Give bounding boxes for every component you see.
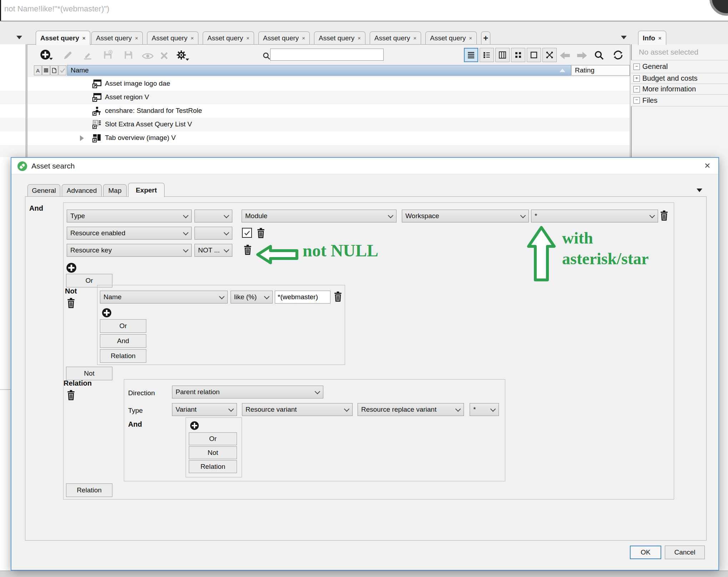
delete-condition-icon[interactable] bbox=[243, 245, 252, 255]
view-details-button[interactable] bbox=[480, 48, 494, 62]
table-row[interactable]: Asset region V bbox=[27, 91, 630, 104]
dialog-tab-caret-icon[interactable] bbox=[697, 189, 702, 192]
tab-expert[interactable]: Expert bbox=[128, 183, 165, 197]
delete-condition-icon[interactable] bbox=[256, 228, 266, 238]
edit-icon[interactable] bbox=[63, 51, 72, 60]
delete-not-group-icon[interactable] bbox=[66, 298, 76, 308]
add-condition-icon[interactable] bbox=[190, 421, 199, 430]
view-list-button[interactable] bbox=[464, 48, 478, 62]
field-dropdown-resource-enabled[interactable]: Resource enabled bbox=[67, 227, 192, 240]
resource-enabled-checkbox[interactable] bbox=[242, 228, 252, 238]
collapse-icon[interactable]: − bbox=[633, 86, 640, 92]
tab-asset-query-7[interactable]: Asset query × bbox=[370, 31, 421, 44]
table-row[interactable]: Asset image logo dae bbox=[27, 77, 630, 91]
add-asset-caret-icon[interactable] bbox=[49, 58, 53, 60]
new-tab-button[interactable]: + bbox=[481, 31, 490, 44]
value-input-webmaster[interactable] bbox=[275, 291, 330, 303]
tab-advanced[interactable]: Advanced bbox=[62, 184, 102, 196]
close-dialog-icon[interactable]: × bbox=[704, 160, 710, 172]
close-tab-icon[interactable]: × bbox=[469, 35, 472, 41]
add-condition-icon[interactable] bbox=[66, 262, 77, 273]
column-header-name[interactable]: Name bbox=[67, 65, 571, 76]
delete-condition-icon[interactable] bbox=[333, 291, 343, 302]
or-button[interactable]: Or bbox=[100, 319, 146, 333]
expand-row-icon[interactable] bbox=[80, 135, 84, 141]
tab-asset-query-5[interactable]: Asset query × bbox=[258, 31, 310, 44]
field-dropdown-resource-key[interactable]: Resource key bbox=[67, 244, 192, 257]
save-remove-icon[interactable] bbox=[103, 50, 113, 60]
close-tab-icon[interactable]: × bbox=[658, 35, 662, 41]
tab-asset-query-4[interactable]: Asset query × bbox=[203, 31, 254, 44]
and-button[interactable]: And bbox=[100, 334, 146, 348]
relation-subtype-dropdown[interactable]: Resource variant bbox=[242, 403, 353, 416]
close-tab-icon[interactable]: × bbox=[191, 35, 194, 41]
tab-asset-query-8[interactable]: Asset query × bbox=[425, 31, 477, 44]
not-button[interactable]: Not bbox=[66, 367, 112, 380]
tab-asset-query-1[interactable]: Asset query × bbox=[36, 31, 90, 45]
close-tab-icon[interactable]: × bbox=[82, 35, 86, 41]
value-dropdown-star[interactable]: * bbox=[531, 210, 658, 222]
tab-info[interactable]: Info × bbox=[638, 31, 666, 45]
close-tab-icon[interactable]: × bbox=[135, 35, 138, 41]
delete-condition-icon[interactable] bbox=[659, 210, 669, 221]
add-condition-icon[interactable] bbox=[102, 308, 112, 318]
delete-relation-group-icon[interactable] bbox=[66, 390, 76, 400]
table-row[interactable]: Tab overview (image) V bbox=[27, 131, 630, 145]
operator-dropdown-like[interactable]: like (%) bbox=[231, 291, 273, 303]
close-tab-icon[interactable]: × bbox=[302, 35, 305, 41]
close-tab-icon[interactable]: × bbox=[246, 35, 249, 41]
info-section-general[interactable]: − General bbox=[631, 60, 728, 73]
value-dropdown-module[interactable]: Module bbox=[242, 210, 396, 222]
cancel-button[interactable]: Cancel bbox=[665, 546, 705, 559]
zoom-search-icon[interactable] bbox=[594, 50, 605, 61]
tab-asset-query-2[interactable]: Asset query × bbox=[91, 31, 143, 44]
forward-icon[interactable] bbox=[577, 51, 587, 60]
relation-button[interactable]: Relation bbox=[100, 349, 146, 363]
sign-edit-icon[interactable] bbox=[83, 51, 92, 60]
close-tab-icon[interactable]: × bbox=[413, 35, 416, 41]
tab-overflow-left-icon[interactable] bbox=[16, 36, 22, 39]
info-section-files[interactable]: − Files bbox=[631, 94, 728, 106]
view-single-button[interactable] bbox=[527, 48, 541, 62]
save-icon[interactable] bbox=[123, 50, 133, 60]
settings-caret-icon[interactable] bbox=[186, 59, 189, 61]
relation-button[interactable]: Relation bbox=[189, 460, 237, 473]
not-button[interactable]: Not bbox=[189, 446, 237, 459]
expand-icon[interactable]: + bbox=[633, 75, 640, 82]
field-dropdown-name[interactable]: Name bbox=[100, 291, 228, 303]
table-row[interactable]: Slot Extra Asset Query List V bbox=[27, 118, 630, 131]
view-grid-button[interactable] bbox=[511, 48, 525, 62]
relation-button[interactable]: Relation bbox=[66, 483, 112, 497]
operator-dropdown-not[interactable]: NOT ... bbox=[194, 244, 232, 257]
tab-asset-query-3[interactable]: Asset query × bbox=[147, 31, 198, 44]
operator-dropdown[interactable] bbox=[194, 227, 232, 240]
or-button[interactable]: Or bbox=[189, 432, 237, 445]
tab-map[interactable]: Map bbox=[103, 184, 127, 196]
column-header-rating[interactable]: Rating bbox=[571, 65, 630, 76]
operator-dropdown[interactable] bbox=[194, 210, 232, 222]
collapse-icon[interactable]: − bbox=[633, 64, 640, 70]
ok-button[interactable]: OK bbox=[630, 546, 661, 559]
refresh-icon[interactable] bbox=[612, 49, 624, 61]
direction-dropdown[interactable]: Parent relation bbox=[172, 386, 323, 398]
close-tab-icon[interactable]: × bbox=[358, 35, 361, 41]
preview-eye-icon[interactable] bbox=[142, 52, 153, 60]
view-graph-button[interactable] bbox=[542, 48, 557, 62]
field-dropdown-type[interactable]: Type bbox=[67, 210, 192, 222]
relation-variant-dropdown[interactable]: Resource replace variant bbox=[358, 403, 464, 416]
tab-asset-query-6[interactable]: Asset query × bbox=[314, 31, 365, 44]
collapse-icon[interactable]: − bbox=[633, 97, 640, 104]
info-section-more-information[interactable]: − More information bbox=[631, 84, 728, 94]
relation-star-dropdown[interactable]: * bbox=[470, 403, 499, 416]
search-input[interactable] bbox=[270, 49, 384, 61]
relation-type-dropdown[interactable]: Variant bbox=[172, 403, 237, 416]
tab-general[interactable]: General bbox=[27, 184, 60, 196]
info-section-budget[interactable]: + Budget and costs bbox=[631, 73, 728, 84]
table-row[interactable]: censhare: Standard for TestRole bbox=[27, 104, 630, 118]
sort-alpha-button[interactable]: A bbox=[34, 65, 42, 75]
tab-overflow-right-icon[interactable] bbox=[621, 36, 627, 39]
list-mode-button[interactable] bbox=[42, 65, 50, 75]
page-mode-button[interactable] bbox=[50, 65, 58, 75]
value-dropdown-workspace[interactable]: Workspace bbox=[402, 210, 529, 222]
check-mode-button[interactable] bbox=[59, 65, 66, 75]
